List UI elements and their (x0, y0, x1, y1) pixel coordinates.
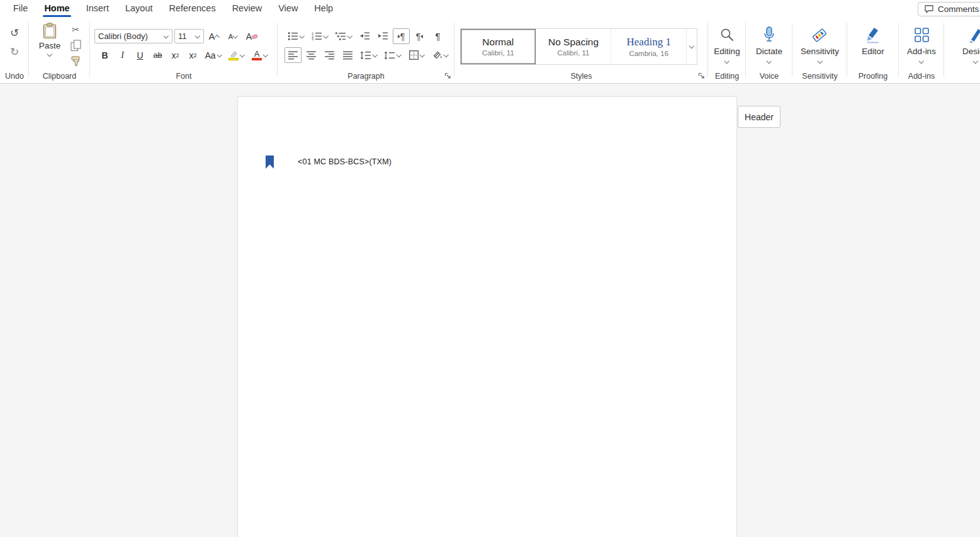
editing-button-label: Editing (714, 47, 740, 56)
editor-pen-icon (865, 26, 881, 43)
change-case-button[interactable]: Aa (202, 47, 225, 63)
comments-button[interactable]: Comments (918, 2, 980, 16)
menu-tab-layout[interactable]: Layout (117, 0, 161, 18)
svg-text:3: 3 (312, 37, 313, 41)
shrink-font-button[interactable]: A (225, 28, 242, 44)
sensitivity-tag-icon (811, 26, 828, 43)
style-normal[interactable]: Normal Calibri, 11 (461, 29, 536, 64)
styles-gallery: Normal Calibri, 11 No Spacing Calibri, 1… (460, 28, 697, 65)
paragraph-spacing-button[interactable] (381, 47, 404, 63)
styles-more-button[interactable] (687, 29, 697, 64)
document-text[interactable]: <01 MC BDS-BCS>(TXM) (298, 157, 391, 166)
numbered-list-icon: 123 (312, 31, 322, 41)
rtl-text-direction-button[interactable]: ¶ (411, 28, 428, 44)
chevron-down-icon (444, 53, 449, 58)
styles-dialog-launcher[interactable] (698, 72, 705, 79)
header-button[interactable]: Header (738, 106, 780, 128)
dictate-button[interactable]: Dictate (746, 26, 792, 64)
undo-button[interactable]: ↺ (6, 25, 23, 40)
editor-button-label: Editor (862, 47, 884, 56)
menu-tab-view[interactable]: View (270, 0, 306, 18)
cut-button[interactable]: ✂ (68, 23, 83, 37)
editing-button[interactable]: Editing (708, 26, 746, 64)
clear-formatting-button[interactable]: A (244, 28, 261, 44)
format-painter-button[interactable] (68, 54, 83, 68)
numbering-button[interactable]: 123 (308, 28, 331, 44)
increase-indent-button[interactable] (375, 28, 391, 44)
font-size-combobox[interactable]: 11 (174, 29, 204, 43)
font-color-button[interactable]: A (249, 47, 271, 63)
change-case-label: Aa (205, 50, 215, 60)
align-right-button[interactable] (321, 47, 338, 63)
menu-tab-references[interactable]: References (161, 0, 223, 18)
document-canvas[interactable]: <01 MC BDS-BCS>(TXM) Header (0, 84, 980, 537)
multilevel-list-button[interactable] (332, 28, 355, 44)
sensitivity-button[interactable]: Sensitivity (792, 26, 847, 64)
menu-tab-insert[interactable]: Insert (78, 0, 117, 18)
strikethrough-button[interactable]: ab (149, 47, 166, 63)
styles-group: Normal Calibri, 11 No Spacing Calibri, 1… (454, 18, 708, 83)
style-name: No Spacing (548, 37, 599, 48)
font-name-value: Calibri (Body) (98, 31, 161, 41)
addins-button[interactable]: Add-ins (899, 26, 944, 64)
justify-button[interactable] (339, 47, 356, 63)
comment-bubble-icon (924, 4, 934, 14)
bold-button[interactable]: B (96, 47, 113, 63)
decrease-indent-icon (359, 31, 370, 41)
document-page[interactable]: <01 MC BDS-BCS>(TXM) (237, 96, 737, 537)
clipboard-group-label: Clipboard (43, 72, 77, 81)
chevron-down-icon (233, 34, 238, 39)
subscript-button[interactable]: x2 (167, 47, 184, 63)
chevron-down-icon (324, 34, 329, 39)
designer-button[interactable]: Design (944, 26, 980, 64)
chevron-down-icon (263, 53, 268, 58)
chevron-down-icon (767, 59, 772, 64)
editor-button[interactable]: Editor (847, 26, 899, 56)
shading-button[interactable] (429, 47, 452, 63)
chevron-down-icon (240, 53, 245, 58)
italic-button[interactable]: I (114, 47, 131, 63)
grow-font-button[interactable]: A (206, 28, 223, 44)
ribbon: ↺ ↻ Undo Paste ✂ Clipboard (0, 18, 980, 84)
sensitivity-group: Sensitivity Sensitivity (792, 18, 847, 83)
borders-icon (409, 50, 419, 60)
borders-button[interactable] (405, 47, 428, 63)
bullets-button[interactable] (284, 28, 307, 44)
magnifier-icon (719, 26, 735, 43)
chevron-down-icon (195, 34, 200, 39)
font-name-combobox[interactable]: Calibri (Body) (94, 29, 172, 43)
menu-tab-file[interactable]: File (5, 0, 36, 18)
paste-button[interactable]: Paste (35, 23, 64, 57)
chevron-down-icon (420, 53, 425, 58)
menu-tab-help[interactable]: Help (306, 0, 341, 18)
align-center-icon (307, 51, 317, 60)
style-detail: Calibri, 11 (558, 49, 590, 57)
subscript-digit: 2 (176, 52, 179, 59)
redo-button[interactable]: ↻ (6, 44, 23, 59)
copy-button[interactable] (68, 38, 83, 52)
line-spacing-button[interactable] (358, 47, 380, 63)
chevron-down-icon (919, 59, 924, 64)
align-right-icon (325, 51, 335, 60)
copy-icon (70, 40, 81, 52)
style-no-spacing[interactable]: No Spacing Calibri, 11 (536, 29, 612, 64)
pilcrow-icon: ¶ (416, 32, 421, 41)
underline-button[interactable]: U (132, 47, 149, 63)
decrease-indent-button[interactable] (356, 28, 373, 44)
editing-group: Editing Editing (708, 18, 746, 83)
show-formatting-marks-button[interactable]: ¶ (429, 28, 446, 44)
align-left-button[interactable] (284, 47, 301, 63)
undo-group-label: Undo (5, 72, 24, 81)
ltr-text-direction-button[interactable]: ¶ (393, 28, 410, 44)
menu-tab-review[interactable]: Review (224, 0, 271, 18)
style-heading-1[interactable]: Heading 1 Cambria, 16 (611, 29, 687, 64)
superscript-digit: 2 (193, 52, 196, 59)
paragraph-dialog-launcher[interactable] (444, 72, 451, 79)
align-center-button[interactable] (303, 47, 320, 63)
font-color-icon: A (252, 50, 262, 60)
voice-group: Dictate Voice (746, 18, 792, 83)
superscript-button[interactable]: x2 (184, 47, 201, 63)
menu-tab-home[interactable]: Home (36, 0, 77, 18)
paste-clipboard-icon (43, 23, 57, 39)
highlight-color-button[interactable] (225, 47, 248, 63)
